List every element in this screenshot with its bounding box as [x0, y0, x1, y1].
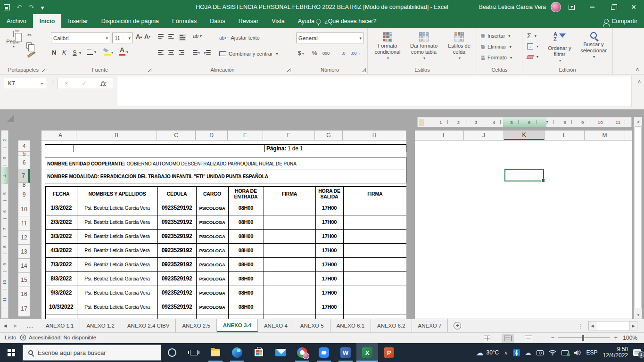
align-bottom-button[interactable] — [179, 34, 186, 41]
column-header[interactable]: G — [315, 131, 343, 140]
font-dialog-launcher[interactable] — [148, 68, 151, 72]
cell-firma-1[interactable] — [264, 229, 315, 243]
cell-firma-1[interactable] — [264, 314, 315, 319]
cell-firma-1[interactable] — [264, 243, 315, 257]
column-header[interactable]: E — [228, 131, 263, 140]
row-header[interactable]: 6 — [18, 156, 30, 169]
row-header[interactable]: 14 — [18, 259, 30, 273]
cell-firma-2[interactable] — [343, 243, 406, 257]
column-header[interactable]: J — [464, 131, 504, 140]
cell-hora-entrada[interactable]: 08H00 — [228, 243, 264, 257]
vertical-scrollbar[interactable]: ▴ ▾ — [634, 117, 642, 319]
cell-cargo[interactable]: PSICOLOGA — [196, 243, 228, 257]
cell-hora-entrada[interactable]: 08H00 — [228, 215, 264, 229]
sheet-tab[interactable]: ANEXO 1.1 — [40, 319, 80, 332]
font-color-button[interactable]: A ▾ — [119, 47, 128, 57]
cell-hora-entrada[interactable]: 08H00 — [228, 300, 264, 314]
cell-nombres[interactable]: Psi. Beatriz Leticia Garcia Vera — [77, 286, 157, 300]
fill-button[interactable]: ↓ ▾ — [527, 43, 538, 49]
column-header[interactable]: M — [585, 131, 625, 140]
user-avatar[interactable] — [551, 2, 561, 12]
cell-cargo[interactable]: PSICOLOGA — [196, 215, 228, 229]
font-name-combo[interactable]: Calibri▾ — [51, 33, 110, 43]
find-select-button[interactable]: Buscar y seleccionar▾ — [576, 32, 611, 60]
cell-cedula[interactable]: 0923529192 — [157, 201, 196, 215]
zoom-slider[interactable] — [558, 337, 610, 338]
table-header-cell[interactable]: FECHA — [45, 187, 77, 201]
clipboard-dialog-launcher[interactable] — [41, 68, 45, 72]
row-header[interactable]: 7 — [18, 169, 30, 183]
minimize-button[interactable] — [582, 0, 603, 14]
wrap-text-button[interactable]: ab↩ Ajustar texto — [219, 35, 260, 41]
start-button[interactable] — [0, 343, 23, 362]
cell-cargo[interactable]: PSICOLOGA — [196, 314, 228, 319]
cell-hora-salida[interactable]: 17H00 — [315, 272, 343, 286]
name-box[interactable]: K7 ▾ — [4, 78, 46, 89]
cell-fecha[interactable]: 8/3/2022 — [45, 272, 77, 286]
display-status-icon[interactable] — [561, 350, 569, 355]
excel-button[interactable]: X — [356, 343, 378, 362]
hscroll-left-icon[interactable]: ◀ — [589, 321, 596, 330]
cell-fecha[interactable]: 10/3/2022 — [45, 300, 77, 314]
number-dialog-launcher[interactable] — [362, 68, 366, 72]
column-header[interactable]: L — [545, 131, 585, 140]
cell-fecha[interactable]: 1/3/2022 — [45, 201, 77, 215]
italic-button[interactable]: K — [62, 49, 66, 56]
paste-button[interactable]: Pegar ▾ — [4, 31, 23, 49]
decrease-indent-button[interactable]: ◂ — [193, 50, 199, 55]
mail-button[interactable] — [270, 343, 291, 362]
cell-fecha[interactable]: 3/3/2022 — [45, 229, 77, 243]
store-button[interactable] — [248, 343, 270, 362]
scroll-up-icon[interactable]: ▴ — [634, 117, 643, 125]
user-name[interactable]: Beatriz Leticia Garcia Vera — [479, 4, 546, 10]
tray-expand-icon[interactable]: ∧ — [504, 350, 507, 355]
format-painter-button[interactable] — [27, 54, 33, 56]
cell-hora-entrada[interactable]: 08H00 — [228, 314, 264, 319]
cell-fecha[interactable]: 7/3/2022 — [45, 257, 77, 272]
row-header[interactable]: 4 — [18, 140, 30, 152]
format-as-table-button[interactable]: Dar formato como tabla▾ — [406, 32, 441, 61]
scrollbar-thumb[interactable] — [635, 126, 642, 308]
cell-cedula[interactable]: 0923529192 — [157, 300, 196, 314]
cell-firma-2[interactable] — [343, 300, 406, 314]
row-header[interactable]: 15 — [18, 273, 30, 287]
cell-nombres[interactable]: Psi. Beatriz Leticia Garcia Vera — [77, 243, 157, 257]
cell-nombres[interactable]: Psi. Beatriz Leticia Garcia Vera — [77, 272, 157, 286]
conditional-formatting-button[interactable]: ≠ Formato condicional▾ — [371, 32, 405, 61]
table-header-cell[interactable]: FIRMA — [264, 187, 315, 201]
increase-indent-button[interactable]: ▸ — [204, 50, 211, 55]
zoom-slider-thumb[interactable] — [582, 335, 584, 341]
ribbon-tab[interactable]: Vista — [265, 14, 291, 28]
hscroll-right-icon[interactable]: ▶ — [629, 321, 637, 330]
bold-button[interactable]: N — [52, 49, 56, 56]
onedrive-icon[interactable]: ☁ — [525, 349, 531, 356]
cell-cargo[interactable]: PSICOLOGA — [196, 300, 228, 314]
cell-hora-entrada[interactable]: 08H00 — [228, 229, 264, 243]
align-center-button[interactable] — [168, 50, 174, 55]
merge-center-button[interactable]: Combinar y centrar ▾ — [219, 51, 278, 57]
notification-center-button[interactable]: 1 — [633, 349, 641, 356]
cell-firma-2[interactable] — [343, 229, 406, 243]
pagina-row[interactable]: Página: 1 de 1 — [45, 144, 406, 152]
sheet-nav-right-icon[interactable]: ▶ — [10, 319, 21, 332]
more-sheets-indicator[interactable]: ... — [21, 319, 40, 332]
cell-firma-1[interactable] — [264, 257, 315, 272]
accounting-format-button[interactable]: $▾ — [298, 50, 304, 57]
page-break-view-button[interactable] — [522, 334, 535, 343]
clock[interactable]: 9:50 12/4/2022 — [603, 346, 628, 359]
chrome-button[interactable] — [291, 343, 313, 362]
restore-button[interactable] — [603, 0, 623, 14]
cell-cedula[interactable]: 0923529192 — [157, 229, 196, 243]
ribbon-tab[interactable]: Fórmulas — [165, 14, 203, 28]
table-header-cell[interactable]: HORA DE ENTRADA — [228, 187, 264, 201]
ribbon-tab[interactable]: Archivo — [0, 14, 33, 28]
align-left-button[interactable] — [158, 50, 165, 55]
cell-cargo[interactable]: PSICOLOGA — [196, 229, 228, 243]
decrease-decimal-button[interactable]: .00→ — [351, 51, 361, 56]
font-size-combo[interactable]: 11▾ — [112, 33, 133, 43]
weather-widget[interactable]: ☁ 30°C — [476, 348, 499, 357]
orientation-button[interactable]: ab▾ — [193, 33, 201, 39]
cell-hora-entrada[interactable]: 08H00 — [228, 257, 264, 272]
language-indicator[interactable]: ESP — [586, 349, 598, 356]
insert-cells-button[interactable]: Insertar▾ — [481, 33, 510, 39]
